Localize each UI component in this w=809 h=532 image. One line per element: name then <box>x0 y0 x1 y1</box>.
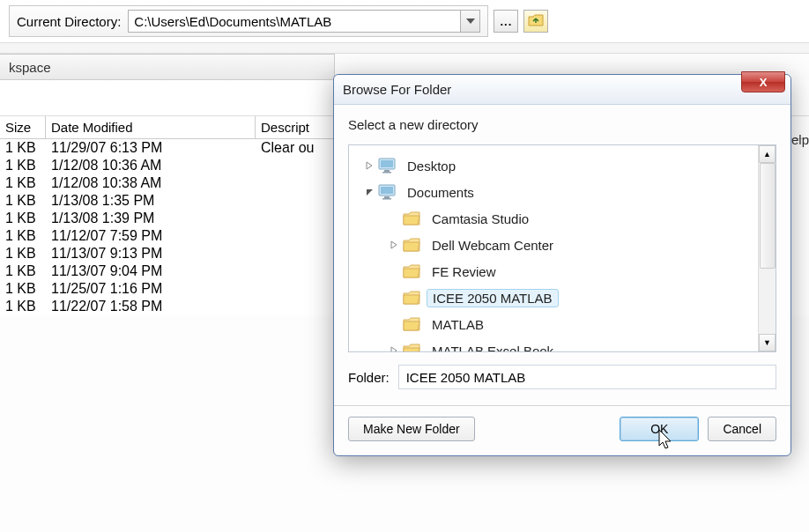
svg-rect-7 <box>382 198 391 200</box>
cell-date: 11/13/07 9:13 PM <box>46 246 256 262</box>
tree-expander-empty <box>388 212 400 225</box>
tree-scrollbar[interactable]: ▲ ▼ <box>758 145 776 351</box>
ok-button-label: OK <box>650 422 668 436</box>
tree-collapse-icon[interactable] <box>363 186 375 198</box>
cell-size: 1 KB <box>0 175 46 191</box>
svg-rect-5 <box>381 187 393 194</box>
tree-item[interactable]: MATLAB Excel Book <box>354 337 753 351</box>
tree-item-label: MATLAB Excel Book <box>427 343 559 352</box>
tree-item-label: Dell Webcam Center <box>427 237 559 254</box>
monitor-icon <box>377 183 397 201</box>
cell-date: 11/25/07 1:16 PM <box>46 281 256 297</box>
toolbar: Current Directory: ... <box>0 0 809 43</box>
cell-date: 11/22/07 1:58 PM <box>46 299 256 314</box>
current-directory-panel: Current Directory: <box>9 5 488 37</box>
cell-size: 1 KB <box>0 158 46 174</box>
svg-rect-2 <box>384 170 390 172</box>
cell-size: 1 KB <box>0 211 46 226</box>
monitor-icon <box>377 157 397 174</box>
folder-label: Folder: <box>348 370 390 385</box>
dialog-titlebar[interactable]: Browse For Folder X <box>334 75 790 105</box>
scroll-up-icon[interactable]: ▲ <box>759 145 776 163</box>
folder-icon <box>402 315 421 333</box>
folder-name-input[interactable] <box>398 365 776 389</box>
tree-item-label: MATLAB <box>427 316 489 333</box>
folder-icon <box>402 236 421 254</box>
tree-item-label: Desktop <box>402 158 461 174</box>
tree-item[interactable]: Dell Webcam Center <box>354 232 753 258</box>
ellipsis-icon: ... <box>500 15 512 28</box>
folder-up-icon <box>528 14 544 29</box>
folder-icon <box>402 210 421 227</box>
workspace-panel-header: kspace <box>0 54 335 80</box>
browse-button[interactable]: ... <box>494 10 518 33</box>
cell-date: 1/12/08 10:38 AM <box>46 175 256 191</box>
cell-date: 1/13/08 1:39 PM <box>46 211 256 226</box>
folder-icon <box>402 262 421 280</box>
folder-icon <box>402 289 421 307</box>
cell-size: 1 KB <box>0 193 46 209</box>
cell-size: 1 KB <box>0 140 46 156</box>
svg-rect-1 <box>381 160 393 167</box>
make-new-folder-button[interactable]: Make New Folder <box>348 417 475 441</box>
close-button[interactable]: X <box>741 71 785 92</box>
tree-expander-empty <box>388 265 400 277</box>
tree-item[interactable]: ICEE 2050 MATLAB <box>354 284 753 311</box>
cancel-button[interactable]: Cancel <box>708 417 776 441</box>
tree-item[interactable]: MATLAB <box>354 311 753 337</box>
cell-date: 11/12/07 7:59 PM <box>46 228 256 244</box>
tree-item[interactable]: Camtasia Studio <box>354 205 753 232</box>
column-header-date[interactable]: Date Modified <box>46 116 256 138</box>
tree-item-label: ICEE 2050 MATLAB <box>427 289 559 307</box>
tree-item-label: Documents <box>402 184 479 201</box>
tree-item[interactable]: Documents <box>354 179 753 205</box>
workspace-title: kspace <box>9 60 51 75</box>
scroll-thumb[interactable] <box>760 163 776 269</box>
tree-item-label: FE Review <box>427 263 501 280</box>
tree-expander-empty <box>388 292 400 304</box>
folder-icon <box>402 342 421 351</box>
svg-rect-3 <box>382 172 391 174</box>
close-icon: X <box>760 76 768 89</box>
tree-expand-icon[interactable] <box>363 159 375 172</box>
cell-date: 1/12/08 10:36 AM <box>46 158 256 174</box>
dropdown-arrow-icon[interactable] <box>460 11 479 32</box>
tree-item[interactable]: FE Review <box>354 258 753 284</box>
tree-item[interactable]: Desktop <box>354 152 753 179</box>
folder-up-button[interactable] <box>523 10 548 33</box>
cell-size: 1 KB <box>0 263 46 279</box>
svg-rect-6 <box>384 196 390 198</box>
column-header-size[interactable]: Size <box>0 116 46 138</box>
tree-expand-icon[interactable] <box>388 239 400 251</box>
tree-expander-empty <box>388 318 400 330</box>
cell-size: 1 KB <box>0 281 46 297</box>
cell-size: 1 KB <box>0 246 46 262</box>
current-directory-input[interactable] <box>129 12 460 31</box>
dialog-title: Browse For Folder <box>343 82 451 97</box>
ok-button[interactable]: OK <box>620 417 699 441</box>
help-fragment: elp <box>791 132 809 147</box>
current-directory-label: Current Directory: <box>17 14 121 29</box>
tree-expand-icon[interactable] <box>388 344 400 351</box>
cell-size: 1 KB <box>0 299 46 314</box>
cell-date: 11/13/07 9:04 PM <box>46 263 256 279</box>
folder-tree: DesktopDocumentsCamtasia StudioDell Webc… <box>348 144 776 352</box>
tree-item-label: Camtasia Studio <box>427 211 534 227</box>
browse-folder-dialog: Browse For Folder X Select a new directo… <box>333 74 791 456</box>
cell-date: 1/13/08 1:35 PM <box>46 193 256 209</box>
dialog-instruction: Select a new directory <box>348 117 776 132</box>
current-directory-dropdown[interactable] <box>128 10 480 33</box>
cell-size: 1 KB <box>0 228 46 244</box>
cell-date: 11/29/07 6:13 PM <box>46 140 256 156</box>
scroll-down-icon[interactable]: ▼ <box>759 334 776 351</box>
